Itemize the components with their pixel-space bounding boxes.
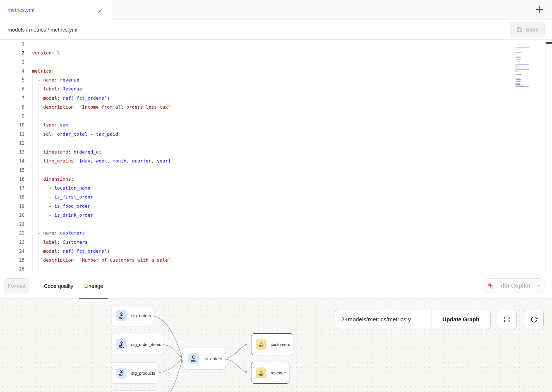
line-number: 12 — [0, 139, 25, 148]
line-number: 13 — [0, 148, 25, 157]
tab-lineage[interactable]: Lineage — [84, 273, 103, 299]
line-number: 3 — [0, 58, 25, 67]
save-label: Save — [525, 27, 539, 33]
minimap-line — [516, 79, 521, 80]
dbt-ide-window: metrics.yml models / metrics / metrics.y… — [0, 0, 552, 392]
lineage-node-fct_orders[interactable]: MDLfct_orders — [184, 348, 225, 370]
badge-kind-label: MDL — [119, 374, 124, 377]
code-line[interactable]: model: ref('fct_orders') — [32, 247, 513, 256]
code-line[interactable] — [32, 40, 513, 49]
tab-code-quality[interactable]: Code quality — [44, 273, 73, 299]
model-icon — [119, 369, 124, 374]
code-line[interactable]: description: "Number of customers with a… — [32, 256, 513, 265]
edge-stg-products-fct — [158, 360, 182, 373]
toolbar-divider — [34, 273, 34, 299]
bottom-toolbar: Format Code quality Lineage dbt Copilot — [0, 273, 552, 299]
line-number: 24 — [0, 247, 25, 256]
minimap-line — [515, 45, 520, 45]
minimap-line — [515, 55, 519, 55]
code-line[interactable]: time_grains: [day, week, month, quarter,… — [32, 157, 513, 166]
line-number: 20 — [0, 211, 25, 220]
line-number: 25 — [0, 256, 25, 265]
metric-badge: MET — [256, 339, 267, 350]
minimap-line — [515, 63, 522, 63]
code-line[interactable]: - is_food_order — [32, 202, 513, 211]
lineage-node-partial[interactable] — [112, 390, 159, 392]
badge-kind-label: MDL — [191, 360, 196, 362]
minimap-line — [515, 72, 523, 72]
model-badge: MDL — [116, 310, 127, 321]
save-button[interactable]: Save — [510, 22, 545, 37]
lineage-node-stg_orders[interactable]: MDLstg_orders — [112, 305, 153, 326]
lineage-canvas[interactable]: MDLstg_ordersMDLstg_order_itemsMDLstg_pr… — [0, 299, 552, 392]
model-badge: MDL — [116, 339, 127, 350]
code-line[interactable]: label: Customers — [32, 238, 513, 247]
line-number: 7 — [0, 94, 25, 103]
code-line[interactable]: model: ref('fct_orders') — [32, 94, 513, 103]
minimap[interactable] — [514, 41, 544, 88]
model-icon — [192, 355, 196, 359]
code-line[interactable]: - name: revenue — [32, 76, 513, 85]
code-line[interactable]: - location_name — [32, 184, 513, 193]
refresh-button[interactable] — [524, 310, 544, 329]
code-line[interactable] — [32, 112, 513, 121]
code-line[interactable]: type: sum — [32, 121, 513, 130]
tab-metrics-yml[interactable]: metrics.yml — [0, 0, 112, 20]
line-number-gutter: 1234567891011121314151617181920212223242… — [0, 40, 25, 273]
minimap-line — [516, 81, 521, 82]
code-line[interactable] — [32, 58, 513, 67]
code-line[interactable]: timestamp: ordered_at — [32, 148, 513, 157]
close-tab-button[interactable] — [96, 8, 103, 15]
code-line[interactable] — [32, 220, 513, 229]
minimap-line — [515, 50, 523, 50]
fullscreen-button[interactable] — [497, 310, 517, 329]
model-badge: MDL — [188, 353, 199, 364]
code-line[interactable]: metrics: — [32, 67, 513, 76]
node-label: stg_orders — [131, 313, 151, 318]
line-number: 23 — [0, 238, 25, 247]
minimap-line — [514, 70, 544, 70]
line-number: 16 — [0, 175, 25, 184]
scrollbar-track — [545, 40, 546, 273]
dbt-copilot-button[interactable]: dbt Copilot — [482, 278, 546, 293]
new-tab-button[interactable] — [532, 4, 547, 16]
graph-filter-group: Update Graph — [335, 310, 491, 329]
code-line[interactable] — [32, 265, 513, 273]
node-label: stg_products — [131, 371, 155, 376]
lineage-node-stg_order_items[interactable]: MDLstg_order_items — [112, 334, 163, 355]
line-number: 1 — [0, 40, 25, 49]
line-number: 6 — [0, 85, 25, 94]
dbt-copilot-label: dbt Copilot — [498, 283, 534, 289]
scrollbar-thumb[interactable] — [546, 42, 552, 44]
minimap-line — [515, 61, 520, 61]
model-icon — [119, 312, 124, 316]
update-graph-button[interactable]: Update Graph — [431, 310, 490, 329]
edge-bottom-node-fct — [171, 361, 182, 392]
lineage-node-stg_products[interactable]: MDLstg_products — [112, 362, 158, 384]
code-line[interactable]: sql: order_total - tax_paid — [32, 130, 513, 139]
minimap-line — [515, 62, 520, 62]
lineage-node-revenue[interactable]: METrevenue — [251, 362, 289, 384]
minimap-line — [515, 83, 520, 83]
code-line[interactable]: dimensions: — [32, 175, 513, 184]
lineage-filter-input[interactable] — [335, 310, 431, 329]
code-line[interactable]: - is_first_order — [32, 193, 513, 202]
node-label: fct_orders — [203, 356, 222, 361]
code-line[interactable]: description: "Income from all orders les… — [32, 103, 513, 112]
line-number: 9 — [0, 112, 25, 121]
code-line[interactable]: version: 2 — [32, 49, 513, 58]
code-line[interactable]: - is_drink_order — [32, 211, 513, 220]
code-editor[interactable]: 1234567891011121314151617181920212223242… — [0, 40, 552, 273]
line-number: 5 — [0, 76, 25, 85]
minimap-line — [515, 75, 529, 75]
minimap-line — [515, 74, 522, 75]
code-line[interactable]: label: Revenue — [32, 85, 513, 94]
format-button[interactable]: Format — [4, 278, 29, 293]
code-line[interactable] — [32, 166, 513, 175]
code-line[interactable]: - name: customers — [32, 229, 513, 238]
breadcrumb-row: models / metrics / metrics.yml Save — [0, 20, 552, 40]
code-line[interactable] — [32, 139, 513, 148]
minimap-line — [514, 82, 544, 82]
lineage-node-customers[interactable]: METcustomers — [251, 333, 293, 355]
minimap-line — [515, 66, 519, 66]
